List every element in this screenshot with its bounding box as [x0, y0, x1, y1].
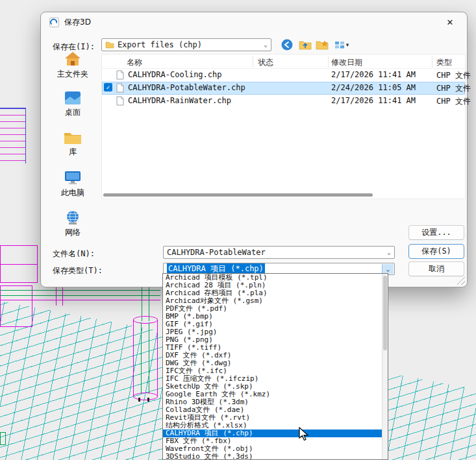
- cad-pipe-line: [0, 295, 160, 296]
- filetype-option[interactable]: PDF文件 (*.pdf): [163, 305, 388, 313]
- sidebar-item-this-pc[interactable]: 此电脑: [47, 167, 98, 207]
- filetype-option[interactable]: FBX 文件 (*.fbx): [163, 437, 388, 445]
- file-list-panel: 名称 状态 修改日期 类型 CALHYDRA-Cooling.chp 2/17/…: [101, 54, 466, 199]
- cad-wireframe-box: [0, 285, 32, 327]
- cad-wireframe-shelf: [0, 108, 26, 163]
- filetype-option[interactable]: IFC文件 (*.ifc): [163, 367, 388, 375]
- chevron-down-icon: ▾: [346, 42, 349, 48]
- filetype-option[interactable]: Collada文件 (*.dae): [163, 406, 388, 414]
- close-icon[interactable]: ✕: [441, 15, 459, 29]
- view-menu-button[interactable]: ▾: [332, 39, 351, 51]
- filetype-option[interactable]: 结构分析格式 (*.xlsx): [163, 422, 388, 430]
- look-in-value: Export files (chp): [118, 40, 202, 49]
- mouse-cursor: [299, 427, 313, 442]
- computer-icon: [64, 170, 82, 186]
- save-button[interactable]: 保存(S): [408, 244, 464, 259]
- file-name-input[interactable]: CALHYDRA-PotableWater ⌄: [163, 246, 395, 259]
- horizontal-scrollbar[interactable]: [103, 193, 373, 197]
- network-globe-icon: [64, 210, 81, 225]
- sidebar-item-desktop[interactable]: 桌面: [47, 88, 98, 128]
- sidebar-item-label: 网络: [65, 227, 81, 238]
- filetype-option[interactable]: Revit项目文件 (*.rvt): [163, 414, 388, 422]
- table-row[interactable]: CALHYDRA-RainWater.chp 2/17/2026 11:41 A…: [102, 95, 465, 108]
- sidebar-item-label: 此电脑: [61, 188, 84, 199]
- back-icon: [281, 39, 293, 51]
- column-header-status[interactable]: 状态: [258, 57, 273, 68]
- vertical-scrollbar[interactable]: [382, 274, 388, 459]
- column-header-date[interactable]: 修改日期: [331, 57, 362, 68]
- table-row[interactable]: CALHYDRA-Cooling.chp 2/17/2026 11:41 AM …: [102, 69, 465, 82]
- filetype-option[interactable]: SketchUp 文件 (*.skp): [163, 383, 388, 391]
- file-name: CALHYDRA-PotableWater.chp: [128, 83, 245, 92]
- save-type-label: 保存类型(T):: [53, 265, 103, 276]
- sidebar-item-libraries[interactable]: 库: [47, 128, 98, 167]
- filetype-option[interactable]: Archicad 28 项目 (*.pln): [163, 282, 388, 289]
- file-date: 2/24/2026 11:05 AM: [331, 83, 416, 92]
- file-icon: [116, 83, 124, 93]
- chevron-down-icon[interactable]: ⌄: [387, 248, 391, 256]
- folder-up-icon: [299, 40, 312, 50]
- new-folder-icon: [316, 40, 329, 50]
- file-rows: CALHYDRA-Cooling.chp 2/17/2026 11:41 AM …: [102, 69, 465, 108]
- cancel-button[interactable]: 取消: [408, 261, 464, 276]
- filetype-option[interactable]: Wavefront文件 (*.obj): [163, 445, 388, 453]
- sidebar-item-label: 桌面: [65, 107, 81, 118]
- cad-tank-cylinder: [133, 316, 159, 402]
- folder-icon: [105, 41, 114, 49]
- file-name-value: CALHYDRA-PotableWater: [167, 248, 266, 257]
- file-icon: [116, 70, 124, 80]
- filetype-option[interactable]: DWG 文件 (*.dwg): [163, 359, 388, 367]
- file-name: CALHYDRA-RainWater.chp: [128, 96, 231, 105]
- file-name: CALHYDRA-Cooling.chp: [128, 70, 222, 79]
- file-date: 2/17/2026 11:41 AM: [331, 70, 416, 79]
- dialog-titlebar[interactable]: 保存3D ✕: [41, 12, 467, 32]
- cad-pipe-line: [0, 290, 160, 291]
- file-type-dropdown-list: Archicad 项目模板 (*.tpl) Archicad 28 项目 (*.…: [162, 273, 388, 460]
- checkbox-checked-icon[interactable]: ✓: [104, 83, 112, 91]
- filetype-option[interactable]: Archicad 项目模板 (*.tpl): [163, 274, 388, 282]
- save-3d-dialog: 保存3D ✕ 保存在(I): Export files (chp) ⌄ ▾: [40, 12, 468, 287]
- filetype-option[interactable]: Google Earth 文件 (*.kmz): [163, 391, 388, 398]
- scrollbar-thumb[interactable]: [383, 276, 387, 350]
- filetype-option[interactable]: Rhino 3D模型 (*.3dm): [163, 398, 388, 406]
- chevron-down-icon[interactable]: ⌄: [264, 41, 268, 48]
- sidebar-item-label: 库: [69, 147, 77, 158]
- file-date: 2/17/2026 11:41 AM: [331, 96, 416, 105]
- cad-wireframe-box: [0, 432, 6, 445]
- chevron-down-icon[interactable]: ⌄: [382, 264, 394, 274]
- desktop-icon: [64, 91, 81, 105]
- view-grid-icon: [334, 40, 345, 49]
- table-row-selected[interactable]: ✓ CALHYDRA-PotableWater.chp 2/24/2026 11…: [102, 82, 465, 95]
- new-folder-button[interactable]: [315, 39, 329, 51]
- folder-icon: [64, 130, 82, 145]
- column-header-name[interactable]: 名称: [127, 57, 142, 68]
- resize-grip[interactable]: [457, 276, 465, 285]
- look-in-combobox[interactable]: Export files (chp) ⌄: [101, 38, 271, 51]
- filetype-option[interactable]: IFC 压缩文件 (*.ifczip): [163, 375, 388, 383]
- sidebar-item-network[interactable]: 网络: [47, 207, 98, 247]
- filetype-option[interactable]: Archicad对象文件 (*.gsm): [163, 297, 388, 305]
- filetype-option[interactable]: GIF (*.gif): [163, 321, 388, 328]
- filetype-option-selected[interactable]: CALHYDRA 项目 (*.chp): [163, 430, 388, 437]
- file-list-header: 名称 状态 修改日期 类型: [102, 54, 465, 69]
- file-type: CHP 文件: [436, 70, 471, 81]
- filetype-option[interactable]: 3DStudio 文件 (*.3ds): [163, 453, 388, 460]
- home-icon: [64, 51, 82, 67]
- dialog-title: 保存3D: [64, 17, 91, 28]
- filetype-option[interactable]: BMP (*.bmp): [163, 313, 388, 321]
- sidebar-item-home[interactable]: 主文件夹: [47, 49, 98, 88]
- filetype-option[interactable]: PNG (*.png): [163, 336, 388, 344]
- filetype-option[interactable]: Archicad 存档项目 (*.pla): [163, 289, 388, 297]
- settings-button[interactable]: 设置...: [408, 225, 464, 240]
- filetype-option[interactable]: TIFF (*.tiff): [163, 344, 388, 352]
- dialog-icon: [49, 18, 59, 27]
- filetype-option[interactable]: DXF 文件 (*.dxf): [163, 352, 388, 359]
- cad-wireframe-box: [0, 245, 38, 283]
- cad-pipe-line: [56, 287, 56, 306]
- cad-pipe-line: [0, 300, 160, 300]
- filetype-option[interactable]: JPEG (*.jpg): [163, 328, 388, 336]
- up-one-level-button[interactable]: [298, 39, 312, 51]
- back-button[interactable]: [280, 39, 294, 51]
- column-header-type[interactable]: 类型: [436, 57, 452, 68]
- cad-pipe-line: [62, 287, 63, 306]
